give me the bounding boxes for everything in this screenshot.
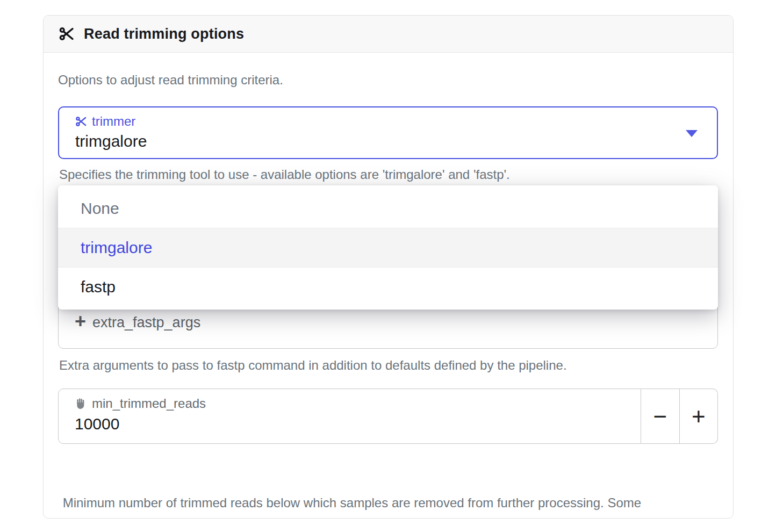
scissors-icon (59, 26, 75, 42)
extra-fastp-args-label-text: extra_fastp_args (92, 314, 200, 331)
read-trimming-options-card: Read trimming options Options to adjust … (43, 15, 734, 519)
decrement-button[interactable]: − (641, 389, 680, 444)
trimmer-select-field[interactable]: trimmer trimgalore (58, 106, 718, 159)
extra-fastp-args-label: + extra_fastp_args (75, 313, 200, 332)
min-trimmed-reads-label: min_trimmed_reads (75, 396, 206, 411)
chevron-down-icon[interactable] (686, 130, 698, 137)
increment-button[interactable]: + (680, 389, 718, 444)
trimmer-help-text: Specifies the trimming tool to use - ava… (59, 167, 510, 182)
extra-fastp-args-help-text: Extra arguments to pass to fastp command… (59, 358, 567, 373)
min-trimmed-reads-input[interactable]: min_trimmed_reads 10000 (58, 389, 641, 444)
help-line-1: Minimum number of trimmed reads below wh… (59, 493, 650, 513)
section-description: Options to adjust read trimming criteria… (58, 73, 283, 88)
min-trimmed-reads-help-text: Minimum number of trimmed reads below wh… (59, 452, 650, 532)
min-trimmed-reads-group: min_trimmed_reads 10000 − + (58, 389, 718, 444)
min-trimmed-reads-label-text: min_trimmed_reads (92, 396, 206, 411)
hand-icon (75, 398, 87, 410)
trimmer-label-text: trimmer (92, 114, 135, 129)
card-header: Read trimming options (44, 16, 733, 53)
card-title: Read trimming options (84, 26, 244, 42)
scissors-icon (75, 116, 87, 127)
trimmer-selected-value: trimgalore (75, 132, 147, 150)
dropdown-option-fastp[interactable]: fastp (58, 267, 718, 306)
plus-icon: + (75, 312, 86, 331)
trimmer-label: trimmer (75, 114, 135, 129)
dropdown-option-none[interactable]: None (58, 189, 718, 228)
dropdown-option-trimgalore[interactable]: trimgalore (58, 228, 718, 267)
min-trimmed-reads-value: 10000 (75, 415, 119, 433)
trimmer-dropdown-menu: None trimgalore fastp (58, 185, 718, 310)
